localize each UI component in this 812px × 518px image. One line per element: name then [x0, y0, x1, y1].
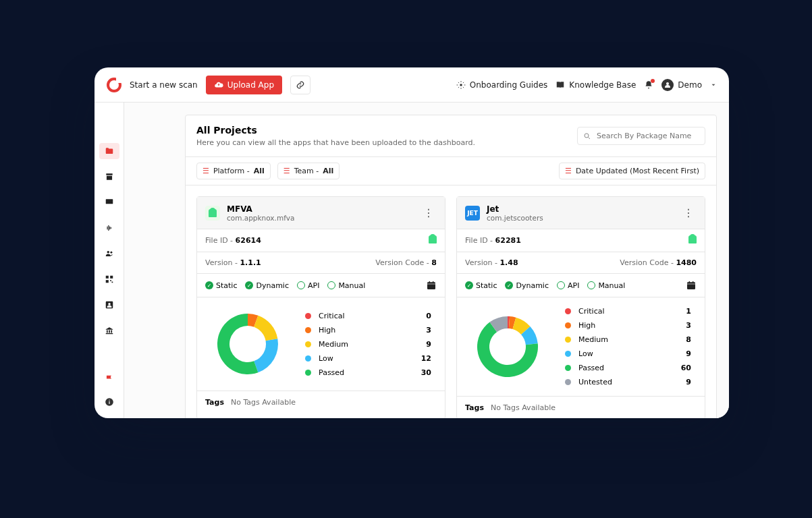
guide-icon: [456, 80, 466, 90]
project-package: com.jetscooters: [487, 214, 543, 222]
svg-point-16: [585, 134, 589, 138]
check-hollow-icon: [557, 281, 565, 289]
chart-zone: Critical 1 High 3 Medium 8 Low 9 Passed …: [457, 297, 705, 397]
project-more-button[interactable]: ⋮: [680, 204, 697, 222]
project-package: com.appknox.mfva: [227, 214, 295, 222]
people-icon: [105, 249, 114, 258]
sidebar-item-4[interactable]: [99, 220, 119, 236]
legend-label-medium: Medium: [578, 335, 666, 344]
notification-badge: [651, 79, 655, 83]
svg-rect-17: [427, 282, 435, 289]
projects-grid: MFVA com.appknox.mfva ⋮ File ID - 62614 …: [186, 185, 716, 418]
waveform-icon: [105, 223, 114, 233]
book-icon: [556, 80, 565, 90]
projects-card: All Projects Here you can view all the a…: [185, 115, 717, 418]
legend-value-untested: 9: [671, 378, 691, 386]
legend-dot-high: [565, 322, 571, 328]
legend-dot-high: [305, 327, 311, 333]
jet-icon: JET: [465, 206, 480, 221]
monitor-icon: [105, 198, 114, 207]
severity-legend: Critical 0 High 3 Medium 9 Low 12 Passed…: [305, 312, 431, 377]
sidebar-item-5[interactable]: [99, 246, 119, 262]
svg-point-12: [108, 303, 111, 306]
search-input[interactable]: [595, 131, 699, 141]
legend-label-high: High: [578, 321, 666, 330]
legend-dot-critical: [565, 308, 571, 314]
project-header[interactable]: MFVA com.appknox.mfva ⋮: [197, 197, 445, 229]
onboarding-guides-link[interactable]: Onboarding Guides: [456, 80, 548, 90]
legend-dot-critical: [305, 313, 311, 319]
sort-button[interactable]: ☰ Date Updated (Most Recent First): [559, 163, 705, 179]
scan-status-api: API: [297, 281, 319, 290]
cloud-upload-icon: [214, 80, 223, 90]
check-hollow-icon: [327, 281, 335, 289]
page-title: All Projects: [196, 125, 475, 136]
version-row: Version - 1.48 Version Code - 1480: [457, 252, 705, 274]
topbar: Start a new scan Upload App Onboarding G…: [94, 67, 729, 103]
legend-dot-low: [565, 351, 571, 357]
main-content: All Projects Here you can view all the a…: [124, 103, 729, 418]
sidebar-item-3[interactable]: [99, 194, 119, 210]
folder-icon: [105, 146, 114, 156]
project-card: MFVA com.appknox.mfva ⋮ File ID - 62614 …: [196, 196, 445, 418]
svg-point-15: [109, 399, 109, 400]
search-icon: [583, 132, 591, 140]
scan-status-api: API: [557, 281, 579, 290]
sidebar-item-8[interactable]: [99, 322, 119, 339]
severity-donut: [211, 307, 285, 381]
filter-icon: ☰: [283, 167, 290, 175]
sidebar-item-projects[interactable]: [99, 143, 119, 159]
svg-point-4: [107, 251, 109, 254]
sidebar-item-6[interactable]: [99, 271, 119, 287]
schedule-button[interactable]: [426, 280, 437, 291]
svg-rect-10: [111, 282, 113, 283]
severity-legend: Critical 1 High 3 Medium 8 Low 9 Passed …: [565, 307, 691, 386]
legend-label-medium: Medium: [319, 340, 406, 349]
tags-row: Tags No Tags Available: [197, 391, 445, 413]
filter-team[interactable]: ☰ Team - All: [277, 163, 340, 179]
scan-status-manual: Manual: [587, 281, 625, 290]
legend-value-high: 3: [671, 321, 691, 330]
check-filled-icon: ✓: [465, 281, 473, 289]
legend-dot-medium: [305, 341, 311, 347]
scan-status-dynamic: ✓Dynamic: [505, 281, 549, 290]
legend-value-low: 12: [411, 354, 431, 363]
search-box[interactable]: [577, 127, 705, 145]
chart-zone: Critical 0 High 3 Medium 9 Low 12 Passed…: [197, 297, 445, 391]
project-more-button[interactable]: ⋮: [421, 204, 437, 222]
page-subtitle: Here you can view all the apps that have…: [196, 138, 475, 147]
legend-value-low: 9: [671, 349, 691, 358]
sidebar-item-7[interactable]: [99, 297, 119, 313]
sort-icon: ☰: [565, 167, 572, 175]
sidebar-item-2[interactable]: [99, 169, 119, 185]
legend-label-high: High: [319, 326, 406, 335]
svg-rect-7: [110, 276, 113, 279]
legend-value-critical: 0: [411, 312, 431, 320]
notifications-button[interactable]: [644, 80, 653, 90]
legend-value-medium: 8: [671, 335, 691, 344]
qr-icon: [105, 275, 114, 284]
svg-rect-9: [110, 280, 111, 281]
android-badge-icon: [688, 235, 697, 243]
sidebar-item-info[interactable]: [99, 394, 119, 410]
sidebar-item-flag[interactable]: [99, 371, 119, 387]
scan-status-static: ✓Static: [205, 281, 237, 290]
flag-icon: [105, 374, 114, 384]
legend-dot-passed: [565, 365, 571, 371]
user-menu-caret[interactable]: [710, 82, 717, 88]
legend-value-critical: 1: [671, 307, 691, 316]
link-button[interactable]: [290, 76, 310, 94]
upload-app-button[interactable]: Upload App: [206, 76, 282, 94]
filter-icon: ☰: [202, 167, 209, 175]
filter-platform[interactable]: ☰ Platform - All: [196, 163, 271, 179]
check-hollow-icon: [587, 281, 595, 289]
schedule-button[interactable]: [686, 280, 697, 291]
legend-value-passed: 60: [671, 364, 691, 372]
knowledge-base-link[interactable]: Knowledge Base: [556, 80, 636, 90]
project-name: MFVA: [227, 204, 295, 214]
user-menu[interactable]: Demo: [661, 79, 702, 91]
info-icon: [105, 397, 114, 407]
project-header[interactable]: JET Jet com.jetscooters ⋮: [457, 197, 705, 229]
file-id-row: File ID - 62614: [197, 229, 445, 252]
svg-point-0: [460, 84, 462, 86]
